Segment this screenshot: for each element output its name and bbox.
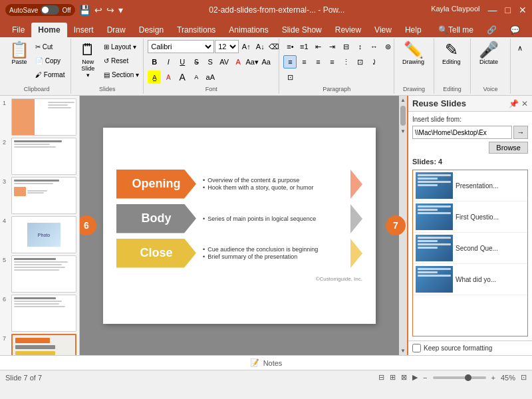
slideshow-btn[interactable]: ▶ [412,373,418,382]
fit-slide-btn[interactable]: ⊡ [521,373,527,382]
font-size-lg-btn[interactable]: A [176,70,189,84]
keep-formatting-label[interactable]: Keep source formatting [424,344,492,352]
tab-help[interactable]: Help [398,23,428,37]
reuse-path-input[interactable] [412,126,512,139]
slide-img-1[interactable] [11,98,76,136]
zoom-out-btn[interactable]: − [423,374,427,382]
char-spacing-btn[interactable]: AV [217,55,231,68]
scroll-up-btn[interactable]: ▲ [400,97,406,103]
drawing-button[interactable]: ✏️ Drawing [398,40,428,66]
new-slide-button[interactable]: 🗒 NewSlide ▾ [75,40,100,80]
line-spacing-btn[interactable]: ↕ [353,40,366,53]
comment-icon[interactable]: 💬 [503,23,527,37]
slide-thumb-5[interactable]: 5 [3,255,76,293]
reuse-close-btn[interactable]: ✕ [521,99,528,108]
reuse-pin-btn[interactable]: 📌 [509,99,519,108]
layout-button[interactable]: ⊞ Layout ▾ [102,40,141,53]
align-left-btn[interactable]: ≡ [283,55,297,68]
font-family-select[interactable]: Calibri [148,40,214,53]
font-color-2-btn[interactable]: A [162,70,175,84]
share-icon[interactable]: 🔗 [480,23,503,37]
col-btn[interactable]: ⊟ [339,40,352,53]
tab-home[interactable]: Home [31,23,66,37]
text-highlight-btn[interactable]: A̲ [148,70,161,84]
scroll-bottom-btn[interactable]: ▼ [400,348,406,354]
cut-button[interactable]: ✂ Cut [33,40,66,53]
font-color-btn[interactable]: A [231,55,245,68]
maximize-btn[interactable]: □ [505,5,511,15]
increase-font-btn[interactable]: A↑ [239,40,253,53]
slide-img-6[interactable] [11,295,76,332]
decrease-font-btn[interactable]: A↓ [253,40,267,53]
tab-animations[interactable]: Animations [222,23,275,37]
slide-img-4[interactable]: Photo [11,216,76,253]
autosave-toggle[interactable] [41,5,59,15]
tab-draw[interactable]: Draw [100,23,132,37]
slide-thumb-6[interactable]: 6 [3,295,76,332]
autosave-badge[interactable]: AutoSave Off [5,4,75,16]
notes-label[interactable]: Notes [263,359,283,367]
replace-btn[interactable]: aA [203,70,217,84]
undo-icon[interactable]: ↩ [94,5,102,15]
text-box-btn[interactable]: ⊡ [353,55,366,68]
slide-img-3[interactable] [11,177,76,214]
reuse-go-btn[interactable]: → [513,126,528,139]
convert-btn[interactable]: ⤸ [367,55,380,68]
reuse-slide-item-4[interactable]: What did yo... [413,264,527,295]
clear-format-btn[interactable]: ⌫ [267,40,281,53]
slide-img-7[interactable] [11,334,76,355]
save-icon[interactable]: 💾 [79,5,90,15]
tab-transitions[interactable]: Transitions [170,23,222,37]
tab-view[interactable]: View [368,23,398,37]
format-painter-button[interactable]: 🖌 Format [33,68,66,81]
reuse-slide-item-1[interactable]: Presentation... [413,170,527,201]
collapse-ribbon-btn[interactable]: ∧ [513,41,527,55]
scroll-down-btn[interactable]: ▼ [400,128,406,134]
tab-insert[interactable]: Insert [67,23,100,37]
reset-button[interactable]: ↺ Reset [102,54,141,67]
dictate-button[interactable]: 🎤 Dictate [475,40,503,66]
increase-indent-btn[interactable]: ⇥ [325,40,338,53]
redo-icon[interactable]: ↪ [106,5,114,15]
section-button[interactable]: ▤ Section ▾ [102,68,141,81]
tab-tellme[interactable]: 🔍 Tell me [432,23,480,37]
slide-img-2[interactable] [11,138,76,175]
italic-btn[interactable]: I [162,55,175,68]
reuse-slide-item-2[interactable]: First Questio... [413,201,527,233]
shadow-btn[interactable]: S [203,55,217,68]
strikethrough-btn[interactable]: S̶ [190,55,203,68]
minimize-btn[interactable]: — [488,5,497,15]
reading-view-btn[interactable]: ⊠ [401,373,407,382]
slide-thumb-7[interactable]: 7 [3,334,76,355]
slide-img-5[interactable] [11,255,76,293]
font-size-sm-btn[interactable]: A [190,70,203,84]
scroll-thumb[interactable] [400,106,406,126]
justify-btn[interactable]: ≡ [325,55,338,68]
editing-button[interactable]: ✎ Editing [438,40,465,66]
slide-thumb-3[interactable]: 3 [3,177,76,214]
reuse-browse-btn[interactable]: Browse [489,142,528,154]
decrease-indent-btn[interactable]: ⇤ [311,40,325,53]
tab-slideshow[interactable]: Slide Show [275,23,329,37]
zoom-in-btn[interactable]: + [491,374,495,382]
para-expand-btn[interactable]: ⊡ [283,70,297,84]
slide-sorter-btn[interactable]: ⊞ [390,373,396,382]
align-right-btn[interactable]: ≡ [311,55,325,68]
reuse-slide-item-3[interactable]: Second Que... [413,233,527,264]
numbering-btn[interactable]: ≡1 [297,40,311,53]
tab-review[interactable]: Review [329,23,368,37]
slide-thumb-2[interactable]: 2 [3,138,76,175]
keep-formatting-checkbox[interactable] [412,344,421,352]
bold-btn[interactable]: B [148,55,161,68]
close-btn[interactable]: ✕ [519,5,527,15]
customize-icon[interactable]: ▾ [118,5,123,15]
case-btn[interactable]: Aa [259,55,273,68]
slide-thumb-1[interactable]: 1 [3,98,76,136]
normal-view-btn[interactable]: ⊟ [378,373,384,382]
col-separator-btn[interactable]: ⋮ [339,55,352,68]
tab-design[interactable]: Design [132,23,170,37]
paste-button[interactable]: 📋 Paste [7,40,32,66]
underline-btn[interactable]: U [176,55,189,68]
bullets-btn[interactable]: ≡• [283,40,297,53]
slide-thumb-4[interactable]: 4 Photo [3,216,76,253]
